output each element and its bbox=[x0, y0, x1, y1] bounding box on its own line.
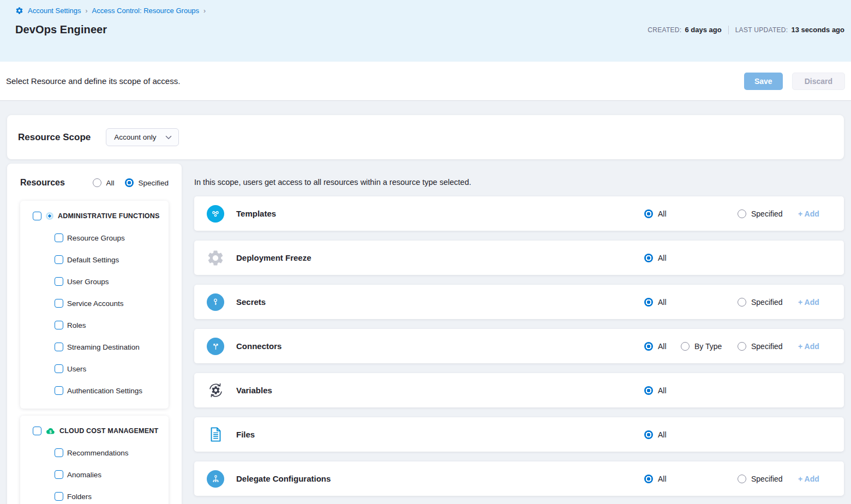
sidebar-resource-label: Streaming Destination bbox=[67, 343, 140, 351]
resources-mode-group: All Specified bbox=[93, 178, 169, 187]
checkbox[interactable] bbox=[55, 255, 63, 264]
resource-type-row: SecretsAllSpecified+ Add bbox=[194, 285, 844, 319]
sidebar-resource-label: Authentication Settings bbox=[67, 387, 142, 395]
discard-button[interactable]: Discard bbox=[792, 73, 845, 90]
admin-functions-icon bbox=[46, 212, 53, 220]
sidebar-resource-item[interactable]: Default Settings bbox=[20, 249, 169, 271]
scope-option-all: All bbox=[644, 475, 681, 483]
checkbox[interactable] bbox=[55, 299, 63, 308]
checkbox[interactable] bbox=[55, 343, 63, 351]
radio-unselected[interactable] bbox=[681, 342, 690, 351]
resource-scope-selected: Account only bbox=[114, 133, 156, 141]
radio-selected[interactable] bbox=[644, 254, 653, 262]
scope-option[interactable]: All bbox=[644, 430, 681, 439]
settings-gear-icon bbox=[15, 7, 23, 15]
scope-option-by-type: By Type bbox=[681, 342, 738, 351]
title-row: DevOps Engineer CREATED: 6 days ago LAST… bbox=[15, 23, 844, 36]
resources-header: Resources All Specified bbox=[20, 178, 169, 188]
sidebar-resource-item[interactable]: Anomalies bbox=[20, 464, 169, 485]
checkbox[interactable] bbox=[55, 233, 63, 242]
scope-option[interactable]: Specified bbox=[738, 342, 798, 351]
checkbox[interactable] bbox=[33, 212, 41, 220]
toolbar-instruction: Select Resource and define its scope of … bbox=[6, 76, 180, 86]
add-button[interactable]: + Add bbox=[798, 209, 819, 218]
scope-option[interactable]: Specified bbox=[738, 475, 798, 483]
scope-options: AllSpecified+ Add bbox=[644, 297, 823, 307]
radio-unselected[interactable] bbox=[738, 342, 746, 351]
breadcrumb-account-settings[interactable]: Account Settings bbox=[28, 7, 81, 15]
sidebar-resource-label: Service Accounts bbox=[67, 299, 124, 308]
radio-unselected[interactable] bbox=[738, 209, 746, 218]
resource-type-title: Delegate Configurations bbox=[236, 474, 331, 483]
last-updated-value: 13 seconds ago bbox=[791, 26, 844, 34]
sidebar-resource-item[interactable]: Recommendations bbox=[20, 442, 169, 464]
checkbox[interactable] bbox=[55, 386, 63, 395]
scope-option[interactable]: All bbox=[644, 475, 681, 483]
sidebar-resource-item[interactable]: Folders bbox=[20, 485, 169, 504]
scope-option[interactable]: By Type bbox=[681, 342, 738, 351]
scope-option[interactable]: Specified bbox=[738, 298, 798, 307]
sidebar-resource-item[interactable]: Resource Groups bbox=[20, 227, 169, 249]
scope-options: AllBy TypeSpecified+ Add bbox=[644, 341, 823, 351]
sidebar-resource-item[interactable]: Authentication Settings bbox=[20, 380, 169, 401]
scope-option[interactable]: All bbox=[644, 254, 681, 262]
scope-option-specified: Specified bbox=[738, 475, 798, 483]
scope-option[interactable]: All bbox=[644, 209, 681, 218]
sidebar-resource-item[interactable]: Roles bbox=[20, 314, 169, 336]
checkbox[interactable] bbox=[55, 470, 63, 479]
sidebar-resource-item[interactable]: Streaming Destination bbox=[20, 336, 169, 358]
scope-options: All bbox=[644, 386, 823, 395]
resource-group-card: ADMINISTRATIVE FUNCTIONSResource GroupsD… bbox=[20, 201, 169, 409]
resource-scope-panel: Resource Scope Account only bbox=[7, 115, 844, 159]
deployment-freeze-icon bbox=[206, 249, 225, 267]
add-button[interactable]: + Add bbox=[798, 342, 819, 351]
resources-mode-specified[interactable]: Specified bbox=[125, 178, 169, 187]
resource-type-row: TemplatesAllSpecified+ Add bbox=[194, 196, 844, 231]
checkbox[interactable] bbox=[55, 364, 63, 373]
files-icon bbox=[206, 425, 225, 443]
radio-selected[interactable] bbox=[644, 298, 653, 307]
add-button[interactable]: + Add bbox=[798, 475, 819, 483]
radio-all[interactable] bbox=[93, 178, 101, 187]
checkbox[interactable] bbox=[55, 277, 63, 286]
scope-option[interactable]: All bbox=[644, 386, 681, 395]
checkbox[interactable] bbox=[55, 492, 63, 501]
sidebar-resource-label: User Groups bbox=[67, 278, 109, 286]
resource-type-row: VariablesAll bbox=[194, 373, 844, 407]
resources-sidebar: Resources All Specified ADMINISTRATIVE F… bbox=[7, 164, 182, 504]
sidebar-resource-item[interactable]: User Groups bbox=[20, 271, 169, 292]
scope-option[interactable]: All bbox=[644, 298, 681, 307]
checkbox[interactable] bbox=[55, 321, 63, 329]
radio-selected[interactable] bbox=[644, 475, 653, 483]
templates-icon bbox=[206, 205, 225, 223]
scope-option-label: All bbox=[658, 342, 667, 351]
sidebar-resource-item[interactable]: Users bbox=[20, 358, 169, 380]
scope-option-label: All bbox=[658, 298, 667, 307]
radio-specified[interactable] bbox=[125, 178, 134, 187]
breadcrumb-resource-groups[interactable]: Access Control: Resource Groups bbox=[92, 7, 200, 15]
sidebar-resource-item[interactable]: Service Accounts bbox=[20, 292, 169, 314]
radio-unselected[interactable] bbox=[738, 475, 746, 483]
checkbox[interactable] bbox=[55, 448, 63, 457]
scope-option[interactable]: All bbox=[644, 342, 681, 351]
scope-option[interactable]: Specified bbox=[738, 209, 798, 218]
radio-selected[interactable] bbox=[644, 430, 653, 439]
add-cell: + Add bbox=[798, 297, 823, 307]
radio-unselected[interactable] bbox=[738, 298, 746, 307]
content-columns: Resources All Specified ADMINISTRATIVE F… bbox=[0, 159, 851, 504]
radio-selected[interactable] bbox=[644, 386, 653, 395]
radio-selected[interactable] bbox=[644, 209, 653, 218]
checkbox[interactable] bbox=[33, 427, 41, 435]
resource-group-label: ADMINISTRATIVE FUNCTIONS bbox=[58, 212, 160, 220]
save-button[interactable]: Save bbox=[744, 73, 783, 90]
add-button[interactable]: + Add bbox=[798, 298, 819, 307]
scope-option-specified: Specified bbox=[738, 209, 798, 218]
radio-selected[interactable] bbox=[644, 342, 653, 351]
scope-options: All bbox=[644, 254, 823, 262]
resource-scope-dropdown[interactable]: Account only bbox=[106, 128, 178, 146]
resource-type-row: Delegate ConfigurationsAllSpecified+ Add bbox=[194, 461, 844, 496]
resources-mode-all[interactable]: All bbox=[93, 178, 114, 187]
add-cell: + Add bbox=[798, 209, 823, 219]
resources-mode-specified-label: Specified bbox=[138, 179, 169, 187]
scope-options: AllSpecified+ Add bbox=[644, 209, 823, 219]
